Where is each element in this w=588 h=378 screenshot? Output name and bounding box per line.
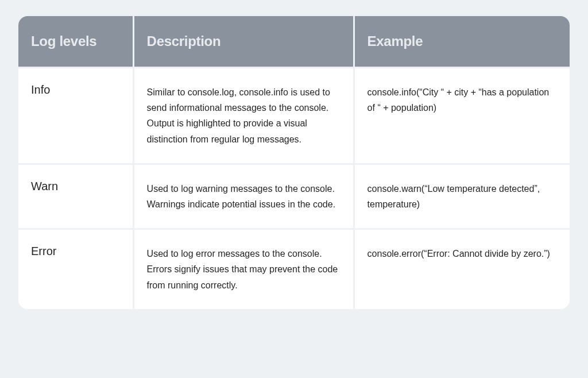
- level-cell: Error: [18, 230, 134, 309]
- level-cell: Warn: [18, 165, 134, 228]
- description-cell: Similar to console.log, console.info is …: [134, 68, 355, 163]
- example-cell: console.error(“Error: Cannot divide by z…: [355, 230, 570, 309]
- table-row: Warn Used to log warning messages to the…: [18, 163, 570, 228]
- description-cell: Used to log warning messages to the cons…: [134, 165, 355, 228]
- log-levels-table: Log levels Description Example Info Simi…: [18, 16, 570, 309]
- example-cell: console.info(“City “ + city + “has a pop…: [355, 68, 570, 163]
- header-log-levels: Log levels: [18, 16, 134, 67]
- table-header-row: Log levels Description Example: [18, 16, 570, 67]
- table-row: Info Similar to console.log, console.inf…: [18, 67, 570, 163]
- level-cell: Info: [18, 68, 134, 163]
- header-example: Example: [355, 16, 570, 67]
- example-cell: console.warn(“Low temperature detected”,…: [355, 165, 570, 228]
- description-cell: Used to log error messages to the consol…: [134, 230, 355, 309]
- table-row: Error Used to log error messages to the …: [18, 228, 570, 309]
- header-description: Description: [134, 16, 355, 67]
